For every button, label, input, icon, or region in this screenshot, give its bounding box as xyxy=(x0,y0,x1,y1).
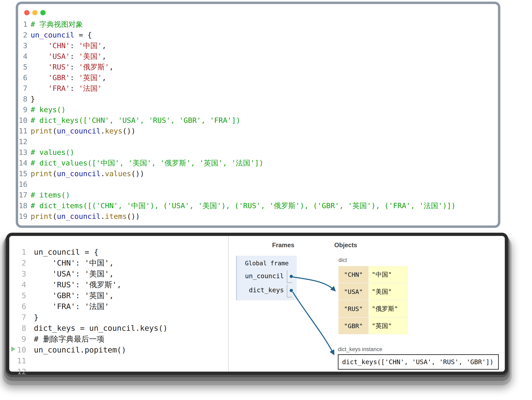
code-line: 13# values() xyxy=(18,147,456,158)
code-token: . xyxy=(101,170,105,178)
code-token: un_council xyxy=(57,127,101,135)
code-line: 1un_council = { xyxy=(9,246,168,258)
line-number: 3 xyxy=(9,268,26,279)
line-number: 9 xyxy=(18,104,27,115)
code-token: print xyxy=(31,170,52,178)
code-token: ()) xyxy=(127,212,140,221)
line-number: 4 xyxy=(18,51,27,62)
code-token: . xyxy=(101,212,105,221)
line-number: 7 xyxy=(18,83,27,94)
line-number: 11 xyxy=(18,126,27,136)
code-line: 11print(un_council.keys()) xyxy=(18,126,456,136)
code-token: '俄罗斯' xyxy=(79,63,109,71)
dict-keys-instance-value: dict_keys(['CHN', 'USA', 'RUS', 'GBR']) xyxy=(342,355,494,369)
variable-un-council: un_council xyxy=(236,272,284,280)
minimize-button-icon[interactable] xyxy=(32,10,38,15)
code-token: , xyxy=(102,52,107,60)
code-line: 5 'GBR': '英国', xyxy=(9,290,168,301)
line-number: 16 xyxy=(18,179,27,190)
code-token: items xyxy=(105,212,127,221)
code-line: 8} xyxy=(18,94,456,104)
code-token: 'GBR': '英国', xyxy=(34,291,114,300)
dict-entry-row: "CHN""中国" xyxy=(338,266,407,283)
dict-key-cell: "GBR" xyxy=(338,317,368,334)
code-token xyxy=(31,84,48,92)
code-token: , xyxy=(102,42,107,50)
objects-header: Objects xyxy=(320,242,372,249)
code-token: un_council xyxy=(57,212,101,221)
code-line: 18# dict_items([('CHN', '中国'), ('USA', '… xyxy=(18,200,456,211)
code-token: '美国' xyxy=(79,52,102,60)
code-line: 7} xyxy=(9,312,168,323)
window-controls xyxy=(24,10,45,15)
tutor-source-code: 1un_council = {2 'CHN': '中国',3 'USA': '美… xyxy=(9,246,168,377)
code-token: # values() xyxy=(31,148,74,156)
code-token: un_council = { xyxy=(34,248,98,257)
line-number: 2 xyxy=(18,30,27,40)
code-token: : xyxy=(70,74,79,82)
code-line: 17# items() xyxy=(18,190,456,200)
code-token: : xyxy=(70,84,79,92)
frames-header: Frames xyxy=(257,242,310,249)
code-line: 19print(un_council.items()) xyxy=(18,211,456,222)
code-line: 2un_council = { xyxy=(18,30,456,40)
code-token xyxy=(31,63,48,71)
code-token xyxy=(31,74,48,82)
code-token: un_council.popitem() xyxy=(34,345,126,354)
code-line: 15print(un_council.values()) xyxy=(18,168,456,179)
code-token: ( xyxy=(52,212,57,221)
code-token: : xyxy=(70,63,79,71)
value-cell-bracket xyxy=(287,270,292,283)
next-line-arrow-icon xyxy=(11,346,15,352)
code-token: dict_keys = un_council.keys() xyxy=(34,324,168,332)
code-token: # dict_keys(['CHN', 'USA', 'RUS', 'GBR',… xyxy=(31,116,240,124)
code-line: 12 xyxy=(9,366,168,377)
line-number: 8 xyxy=(9,323,26,333)
line-number: 12 xyxy=(9,366,26,377)
page-canvas: 1# 字典视图对象2un_council = {3 'CHN': '中国',4 … xyxy=(0,0,532,400)
code-token: 'RUS': '俄罗斯', xyxy=(34,280,121,289)
code-token: values xyxy=(105,170,131,178)
code-token: print xyxy=(31,212,52,221)
code-token: # dict_values(['中国', '美国', '俄罗斯', '英国', … xyxy=(31,159,264,167)
zoom-button-icon[interactable] xyxy=(40,10,45,15)
code-line: 8dict_keys = un_council.keys() xyxy=(9,323,168,333)
line-number: 4 xyxy=(9,279,26,290)
dict-keys-instance-label: dict_keys instance xyxy=(338,346,382,352)
code-snippet-card: 1# 字典视图对象2un_council = {3 'CHN': '中国',4 … xyxy=(16,2,500,228)
line-number: 5 xyxy=(18,62,27,72)
code-line: 9# 删除字典最后一项 xyxy=(9,333,168,345)
code-line: 11 xyxy=(9,355,168,366)
line-number: 18 xyxy=(18,200,27,211)
code-token: ( xyxy=(52,170,57,178)
dict-object-table: "CHN""中国""USA""美国""RUS""俄罗斯""GBR""英国" xyxy=(338,266,407,335)
panel-divider xyxy=(228,236,229,372)
line-number: 5 xyxy=(9,290,26,301)
dict-value-cell: "俄罗斯" xyxy=(369,300,407,317)
code-line: 7 'FRA': '法国' xyxy=(18,83,456,94)
code-token: # keys() xyxy=(31,105,65,114)
line-number: 15 xyxy=(18,168,27,179)
code-line: 10# dict_keys(['CHN', 'USA', 'RUS', 'GBR… xyxy=(18,115,456,126)
dict-entry-row: "GBR""英国" xyxy=(338,317,407,334)
code-token xyxy=(31,42,48,50)
code-token xyxy=(31,52,48,60)
code-token: 'GBR' xyxy=(48,74,70,82)
code-token: '英国' xyxy=(79,74,102,82)
dict-entry-row: "RUS""俄罗斯" xyxy=(338,300,407,317)
code-line: 10un_council.popitem() xyxy=(9,345,168,355)
line-number: 11 xyxy=(9,355,26,366)
code-token: un_council xyxy=(31,31,74,39)
close-button-icon[interactable] xyxy=(24,10,29,15)
line-number: 10 xyxy=(18,115,27,126)
dict-key-cell: "RUS" xyxy=(338,300,368,317)
code-line: 5 'RUS': '俄罗斯', xyxy=(18,62,456,72)
line-number: 19 xyxy=(18,211,27,222)
code-token: keys xyxy=(105,127,123,135)
code-token: ( xyxy=(52,127,57,135)
code-token: 'RUS' xyxy=(48,63,70,71)
value-cell-bracket xyxy=(287,284,292,297)
line-number: 1 xyxy=(9,246,26,258)
code-token: '中国' xyxy=(79,42,102,50)
code-line: 3 'CHN': '中国', xyxy=(18,40,456,51)
